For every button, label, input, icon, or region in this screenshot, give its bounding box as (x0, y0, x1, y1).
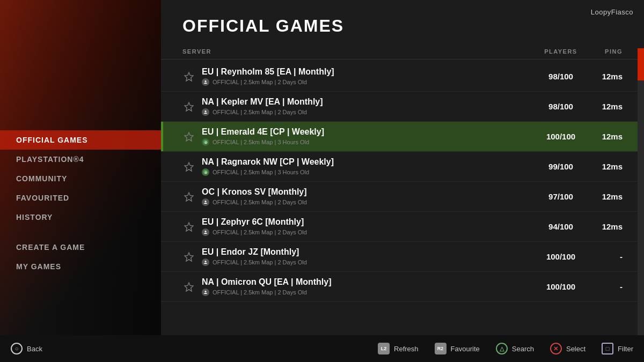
server-type-icon (202, 78, 209, 86)
star-icon[interactable] (182, 190, 195, 203)
sidebar-item-create-a-game[interactable]: CREATE A GAME (0, 238, 161, 257)
search-action[interactable]: △ Search (496, 343, 534, 354)
server-meta: ⚙OFFICIAL | 2.5km Map | 3 Hours Old (202, 168, 537, 176)
sidebar-item-playstation4[interactable]: PLAYSTATION®4 (0, 150, 161, 169)
svg-marker-15 (185, 223, 193, 231)
svg-point-5 (205, 110, 207, 112)
server-info: EU | Endor JZ [Monthly]OFFICIAL | 2.5km … (202, 247, 537, 266)
favourite-action[interactable]: R2 Favourite (435, 343, 480, 354)
server-meta: OFFICIAL | 2.5km Map | 2 Days Old (202, 258, 537, 266)
svg-marker-21 (185, 283, 193, 291)
star-icon[interactable] (182, 100, 195, 113)
sidebar-navigation: OFFICIAL GAMES PLAYSTATION®4 COMMUNITY F… (0, 130, 161, 276)
select-label: Select (566, 345, 586, 353)
server-type-icon (202, 108, 209, 116)
refresh-button-icon: L2 (378, 343, 390, 354)
scrollbar-thumb[interactable] (638, 48, 644, 80)
server-row[interactable]: EU | Reynholm 85 [EA | Monthly]OFFICIAL … (161, 62, 644, 92)
sidebar: OFFICIAL GAMES PLAYSTATION®4 COMMUNITY F… (0, 0, 161, 362)
server-name: NA | Omicron QU [EA | Monthly] (202, 277, 537, 287)
page-title: OFFICIAL GAMES (161, 0, 644, 44)
server-players: 100/100 (537, 252, 585, 261)
svg-marker-3 (185, 102, 193, 111)
server-name: OC | Kronos SV [Monthly] (202, 187, 537, 197)
bottom-bar: ○ Back L2 Refresh R2 Favourite △ Search … (0, 335, 644, 362)
sidebar-divider (0, 227, 161, 238)
sidebar-item-community[interactable]: COMMUNITY (0, 169, 161, 188)
server-info: NA | Ragnarok NW [CP | Weekly]⚙OFFICIAL … (202, 157, 537, 176)
select-action[interactable]: ✕ Select (550, 343, 586, 354)
table-header: SERVER PLAYERS PING (161, 44, 644, 60)
server-name: EU | Emerald 4E [CP | Weekly] (202, 127, 537, 137)
server-meta-text: OFFICIAL | 2.5km Map | 2 Days Old (213, 199, 307, 205)
sidebar-item-my-games[interactable]: MY GAMES (0, 257, 161, 276)
refresh-action[interactable]: L2 Refresh (378, 343, 419, 354)
server-type-icon (202, 289, 209, 296)
server-players: 99/100 (537, 162, 585, 171)
server-players: 100/100 (537, 282, 585, 291)
server-row[interactable]: NA | Omicron QU [EA | Monthly]OFFICIAL |… (161, 272, 644, 302)
server-row[interactable]: EU | Emerald 4E [CP | Weekly]⚙OFFICIAL |… (161, 122, 644, 152)
star-icon[interactable] (182, 250, 195, 263)
favourite-label: Favourite (451, 345, 480, 353)
filter-label: Filter (618, 345, 633, 353)
server-type-icon: ⚙ (202, 138, 209, 146)
star-icon[interactable] (182, 130, 195, 143)
server-row[interactable]: EU | Zephyr 6C [Monthly]OFFICIAL | 2.5km… (161, 212, 644, 242)
server-ping: 12ms (585, 192, 623, 201)
svg-marker-12 (185, 193, 193, 201)
server-players: 97/100 (537, 192, 585, 201)
server-players: 100/100 (537, 132, 585, 141)
server-meta: OFFICIAL | 2.5km Map | 2 Days Old (202, 78, 537, 86)
server-list: EU | Reynholm 85 [EA | Monthly]OFFICIAL … (161, 62, 644, 302)
select-button-icon: ✕ (550, 343, 562, 354)
star-icon[interactable] (182, 220, 195, 233)
refresh-label: Refresh (394, 345, 419, 353)
star-icon[interactable] (182, 70, 195, 83)
server-players: 98/100 (537, 72, 585, 81)
svg-marker-0 (185, 72, 193, 81)
server-ping: - (585, 282, 623, 291)
server-meta-text: OFFICIAL | 2.5km Map | 3 Hours Old (213, 139, 309, 145)
server-name: EU | Zephyr 6C [Monthly] (202, 217, 537, 227)
server-meta-text: OFFICIAL | 2.5km Map | 2 Days Old (213, 229, 307, 235)
header-server: SERVER (182, 48, 537, 55)
sidebar-item-history[interactable]: HISTORY (0, 208, 161, 227)
server-info: NA | Kepler MV [EA | Monthly]OFFICIAL | … (202, 97, 537, 116)
server-meta: OFFICIAL | 2.5km Map | 2 Days Old (202, 108, 537, 116)
sidebar-item-favourited[interactable]: FAVOURITED (0, 188, 161, 208)
search-label: Search (512, 345, 534, 353)
svg-point-23 (205, 291, 207, 292)
server-ping: 12ms (585, 162, 623, 171)
filter-action[interactable]: □ Filter (602, 343, 633, 354)
server-meta-text: OFFICIAL | 2.5km Map | 3 Hours Old (213, 169, 309, 175)
server-info: OC | Kronos SV [Monthly]OFFICIAL | 2.5km… (202, 187, 537, 206)
username-display: LoopyFiasco (591, 8, 633, 16)
svg-point-20 (205, 261, 207, 262)
svg-marker-18 (185, 253, 193, 261)
back-action[interactable]: ○ Back (11, 343, 42, 354)
svg-marker-6 (185, 132, 193, 141)
star-icon[interactable] (182, 280, 195, 293)
server-meta-text: OFFICIAL | 2.5km Map | 2 Days Old (213, 79, 307, 85)
star-icon[interactable] (182, 160, 195, 173)
server-info: EU | Emerald 4E [CP | Weekly]⚙OFFICIAL |… (202, 127, 537, 146)
server-row[interactable]: NA | Kepler MV [EA | Monthly]OFFICIAL | … (161, 92, 644, 122)
server-ping: 12ms (585, 72, 623, 81)
server-row[interactable]: OC | Kronos SV [Monthly]OFFICIAL | 2.5km… (161, 182, 644, 212)
server-ping: - (585, 252, 623, 261)
server-row[interactable]: NA | Ragnarok NW [CP | Weekly]⚙OFFICIAL … (161, 152, 644, 182)
svg-text:⚙: ⚙ (204, 171, 207, 174)
sidebar-item-official-games[interactable]: OFFICIAL GAMES (0, 130, 161, 150)
server-row[interactable]: EU | Endor JZ [Monthly]OFFICIAL | 2.5km … (161, 242, 644, 272)
server-meta-text: OFFICIAL | 2.5km Map | 2 Days Old (213, 259, 307, 265)
svg-point-17 (205, 231, 207, 232)
svg-point-14 (205, 201, 207, 202)
server-type-icon: ⚙ (202, 168, 209, 176)
server-players: 98/100 (537, 102, 585, 111)
server-meta: OFFICIAL | 2.5km Map | 2 Days Old (202, 289, 537, 296)
back-label: Back (27, 345, 42, 353)
scrollbar-track[interactable] (638, 48, 644, 338)
server-meta: ⚙OFFICIAL | 2.5km Map | 3 Hours Old (202, 138, 537, 146)
server-name: NA | Kepler MV [EA | Monthly] (202, 97, 537, 107)
